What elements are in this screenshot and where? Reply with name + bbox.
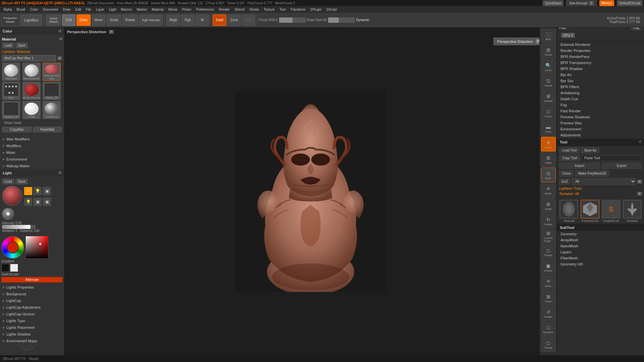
mat-texture-off[interactable]: Texture_Off (2, 101, 20, 119)
copy-mat-btn[interactable]: CopyMat (2, 127, 32, 132)
menu-macros[interactable]: Macros (119, 7, 134, 12)
tool-transp[interactable]: ◻ Transp (541, 245, 556, 259)
import-btn[interactable]: Import (559, 163, 600, 169)
menu-material[interactable]: Material (150, 7, 166, 12)
tool-transp2[interactable]: ◻ Transp (541, 337, 556, 352)
goz-select[interactable]: All Visible (572, 178, 636, 185)
nano-mesh-item[interactable]: NanoMesh (557, 243, 644, 249)
menu-tool[interactable]: Tool (277, 7, 287, 12)
tool-lightbox-link[interactable]: Lightbox› Tools (559, 187, 582, 190)
material-save-btn[interactable]: Save (15, 43, 28, 48)
zsub-btn[interactable]: Zsub (227, 14, 241, 26)
quick-sketch-btn[interactable]: QuickSketch (46, 14, 61, 26)
menu-marker[interactable]: Marker (135, 7, 149, 12)
show-used-btn[interactable]: Show Used (2, 120, 62, 125)
bpr-renderpass-row[interactable]: BPR RenderPass (557, 54, 644, 60)
make-polymesh-btn[interactable]: Make PolyMesh3D (575, 170, 609, 177)
menu-brush[interactable]: Brush (15, 7, 28, 12)
menu-stroke[interactable]: Stroke (247, 7, 261, 12)
color-refresh-icon[interactable]: ↺ (58, 29, 61, 34)
paste-tool-input[interactable] (581, 155, 642, 161)
tool-actual[interactable]: ⊡ Actual (541, 75, 556, 90)
m-btn[interactable]: M (196, 14, 209, 26)
load-tool-btn[interactable]: Load Tool (559, 147, 580, 154)
thumb-singlebrush[interactable]: S SingleBrush (602, 200, 621, 223)
tool-floor[interactable]: ▬ Floor (541, 121, 556, 136)
adjustments-row[interactable]: Adjustments (557, 132, 644, 138)
tool-zoom[interactable]: 🔍 Zoom (541, 60, 556, 74)
bpr-sss-row[interactable]: Bpr Sss (557, 78, 644, 84)
main-canvas[interactable]: Perspective Distortion P (64, 27, 557, 355)
mixer-item[interactable]: ▶ Mixer (0, 149, 64, 156)
tool-rotate2[interactable]: ↺ Rotate (541, 306, 556, 321)
mat-standard[interactable]: Standard (2, 63, 20, 81)
bpr-shadow-row[interactable]: BPR Shadow (557, 66, 644, 72)
tool-gxyz[interactable]: ◎ Gxyz (541, 168, 556, 182)
quick-store-btn[interactable]: QuickSave (543, 0, 564, 6)
geometry-hd-item[interactable]: Geometry HD (557, 261, 644, 267)
paste-mat-btn[interactable]: PasteMat (33, 127, 62, 132)
environment-render-row[interactable]: Environment (557, 126, 644, 132)
menu-color[interactable]: Color (28, 7, 40, 12)
menu-alpha[interactable]: Alpha (1, 7, 14, 12)
light-icon-sun[interactable]: ☀ (24, 187, 32, 195)
lights-properties-item[interactable]: ▶ Lights Properties (0, 284, 64, 291)
clone-btn[interactable]: Clone (559, 170, 574, 177)
bpr-transparency-row[interactable]: BPR Transparency (557, 60, 644, 66)
menu-render[interactable]: Render (217, 7, 232, 12)
matcap-maker-item[interactable]: ▶ Matcap Maker (0, 163, 64, 169)
preview-wax-row[interactable]: Preview Wax (557, 120, 644, 126)
edit-btn[interactable]: Edit (62, 14, 75, 26)
mat-chalk[interactable]: Chalk (22, 101, 41, 119)
fog-row[interactable]: Fog (557, 102, 644, 108)
menu-edit[interactable]: Edit (73, 7, 83, 12)
tool-local[interactable]: ⊕ Local (541, 137, 556, 152)
light-icon-4[interactable]: 💡 (24, 198, 32, 206)
color-picker-gradient[interactable] (25, 236, 48, 259)
rgb-btn[interactable]: Rgb (181, 14, 195, 26)
light-refresh-icon[interactable]: ↺ (58, 171, 61, 175)
geometry-item[interactable]: Geometry (557, 231, 644, 237)
render-properties-row[interactable]: Render Properties (557, 48, 644, 54)
light-load-btn[interactable]: Load (2, 179, 14, 184)
light-icon-2[interactable]: 💡 (34, 187, 42, 195)
bpr-filters-row[interactable]: BPR Filters (557, 84, 644, 90)
lights-type-item[interactable]: ▶ Lights Type (0, 317, 64, 324)
menu-picker[interactable]: Picker (180, 7, 194, 12)
lights-placement-item[interactable]: ▶ Lights Placement (0, 324, 64, 331)
external-renderer-row[interactable]: External Renderer (557, 42, 644, 48)
white-swatch[interactable] (10, 264, 18, 272)
light-save-btn[interactable]: Save (15, 179, 28, 184)
menu-texture[interactable]: Texture (262, 7, 277, 12)
thumb-polymesh3d[interactable]: PolyMesh3D (581, 200, 599, 223)
save-as-btn[interactable]: Save As (581, 147, 599, 154)
projection-master-btn[interactable]: ProjectionMaster (1, 14, 19, 26)
wax-modifiers-item[interactable]: ▶ Wax Modifiers (0, 136, 64, 142)
environment-item[interactable]: ▶ Environment (0, 156, 64, 163)
menu-draw[interactable]: Draw (61, 7, 72, 12)
light-section-header[interactable]: Light ↺ (0, 169, 64, 177)
tool-dynamic[interactable]: ⬡ Dynamic (541, 322, 556, 337)
menus-btn[interactable]: Menus (599, 0, 614, 6)
goz-btn[interactable]: GoZ (559, 178, 570, 185)
light-icon-5[interactable]: ▣ (34, 198, 42, 206)
lightcap-item[interactable]: ▶ LightCap (0, 297, 64, 304)
alternate-btn[interactable]: Alternate (1, 277, 63, 283)
thumb-texturail[interactable]: Texturail (559, 200, 578, 223)
menu-file[interactable]: File (84, 7, 93, 12)
thumb-tentakel[interactable]: Tentakel (623, 200, 642, 223)
antialiasing-row[interactable]: Antialiasing (557, 90, 644, 96)
menu-transform[interactable]: Transform (288, 7, 307, 12)
tool-move2[interactable]: ✛ Move (541, 276, 556, 290)
tool-scale2[interactable]: ⊠ Scale (541, 291, 556, 306)
fast-render-row[interactable]: Fast Render (557, 108, 644, 114)
mat-red-wax-1[interactable]: MatCap Red Wax (43, 63, 61, 81)
lights-shadow-item[interactable]: ▶ Lights Shadow (0, 331, 64, 338)
mat-red-wax-2[interactable]: MatCap_Red_Wax (22, 82, 41, 100)
layers-item[interactable]: Layers (557, 249, 644, 255)
tool-rotate[interactable]: ↻ Rotate (541, 214, 556, 229)
preview-shadows-row[interactable]: Preview Shadows (557, 114, 644, 120)
menu-zscript[interactable]: ZScript (324, 7, 339, 12)
mat-skinshaded4[interactable]: SkinShaded4 (22, 63, 41, 81)
material-r-badge[interactable]: R (57, 56, 62, 60)
